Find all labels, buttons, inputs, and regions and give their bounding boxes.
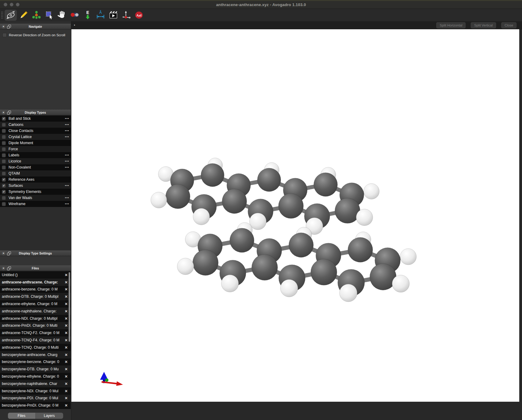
close-panel-icon[interactable]: ×: [2, 25, 5, 29]
label-tool[interactable]: AaI: [133, 10, 145, 21]
hydrogen-atom[interactable]: [340, 284, 357, 302]
close-window-button[interactable]: [4, 3, 7, 6]
draw-tool[interactable]: [17, 10, 30, 21]
display-type-row-wireframe[interactable]: Wireframe•••: [0, 201, 71, 207]
file-close-icon[interactable]: ×: [63, 352, 69, 358]
file-row-anthracene-tcnq-f4[interactable]: anthracene-TCNQ-F4. Charge: 0 M×: [0, 336, 71, 344]
file-close-icon[interactable]: ×: [63, 294, 69, 299]
titlebar[interactable]: anthracene-anthracene.xyz - Avogadro 1.1…: [0, 1, 522, 9]
file-close-icon[interactable]: ×: [63, 323, 69, 328]
navigate-tool[interactable]: [5, 10, 17, 21]
reverse-zoom-checkbox[interactable]: [2, 33, 7, 37]
carbon-atom[interactable]: [311, 259, 337, 285]
display-type-checkbox[interactable]: [2, 196, 6, 200]
file-close-icon[interactable]: ×: [63, 381, 69, 386]
float-panel-icon[interactable]: [7, 266, 11, 270]
float-panel-icon[interactable]: [7, 25, 11, 29]
display-type-checkbox[interactable]: [2, 166, 6, 169]
carbon-atom[interactable]: [257, 168, 281, 192]
more-options-button[interactable]: •••: [65, 160, 69, 163]
file-close-icon[interactable]: ×: [63, 316, 69, 321]
template-tool[interactable]: [30, 10, 42, 21]
more-options-button[interactable]: •••: [65, 184, 69, 187]
animation-tool[interactable]: [107, 10, 119, 21]
carbon-atom[interactable]: [348, 237, 373, 262]
toolbar-drag-handle[interactable]: [1, 11, 3, 19]
files-scrollbar[interactable]: [69, 272, 70, 342]
measure-tool[interactable]: Å: [94, 10, 106, 21]
carbon-atom[interactable]: [193, 250, 218, 276]
manipulate-tool[interactable]: [56, 10, 68, 21]
file-row-untitled[interactable]: Untitled ()×: [0, 271, 71, 279]
display-type-row-force[interactable]: Force: [0, 146, 71, 152]
carbon-atom[interactable]: [289, 233, 314, 258]
split-vertical-button[interactable]: Split Vertical: [471, 22, 496, 28]
more-options-button[interactable]: •••: [65, 196, 69, 199]
file-row-benzoperylene-benzene[interactable]: benzoperylene-benzene. Charge: 0×: [0, 358, 71, 366]
hydrogen-atom[interactable]: [392, 275, 409, 292]
file-row-anthracene-naphthalene[interactable]: anthracene-naphthalene. Charge:×: [0, 308, 71, 315]
file-row-anthracene-dtb[interactable]: anthracene-DTB. Charge: 0 Multipl×: [0, 293, 71, 300]
file-close-icon[interactable]: ×: [63, 308, 69, 314]
more-options-button[interactable]: •••: [65, 117, 69, 120]
file-close-icon[interactable]: ×: [63, 366, 69, 372]
display-type-checkbox[interactable]: [2, 129, 6, 133]
reverse-zoom-option[interactable]: Reverse Direction of Zoom on Scroll: [0, 30, 71, 37]
file-row-anthracene-anthracene[interactable]: anthracene-anthracene. Charge:×: [0, 279, 71, 286]
tab-files[interactable]: Files: [8, 413, 35, 419]
display-type-checkbox[interactable]: [2, 123, 6, 127]
carbon-atom[interactable]: [201, 163, 224, 187]
carbon-atom[interactable]: [314, 173, 337, 197]
display-type-checkbox[interactable]: [2, 135, 6, 139]
display-type-row-crystal-lattice[interactable]: Crystal Lattice•••: [0, 134, 71, 140]
display-type-row-labels[interactable]: Labels•••: [0, 152, 71, 158]
file-row-benzoperylene-ethylene[interactable]: benzoperylene-ethylene. Charge: 0×: [0, 373, 71, 380]
more-options-button[interactable]: •••: [65, 129, 69, 132]
display-type-row-licorice[interactable]: Licorice•••: [0, 158, 71, 164]
file-close-icon[interactable]: ×: [63, 279, 69, 285]
more-options-button[interactable]: •••: [65, 166, 69, 169]
tab-layers[interactable]: Layers: [35, 413, 63, 419]
file-row-anthracene-tcnq-f2[interactable]: anthracene-TCNQ-F2. Charge: 0 M×: [0, 329, 71, 336]
display-type-checkbox[interactable]: [2, 141, 6, 145]
file-row-benzoperylene-pmdi[interactable]: benzoperylene-PmDI. Charge: 0 M×: [0, 402, 71, 409]
file-row-anthracene-ndi[interactable]: anthracene-NDI. Charge: 0 Multipl×: [0, 315, 71, 322]
more-options-button[interactable]: •••: [65, 123, 69, 126]
display-type-row-van-der-waals[interactable]: Van der Waals•••: [0, 195, 71, 201]
view-tab-dot[interactable]: •: [74, 23, 75, 27]
hydrogen-atom[interactable]: [193, 208, 210, 225]
file-close-icon[interactable]: ×: [63, 272, 69, 278]
gl-viewport[interactable]: [71, 29, 519, 402]
display-type-row-symmetry-elements[interactable]: ✓Symmetry Elements: [0, 189, 71, 195]
display-type-row-cartoons[interactable]: Cartoons•••: [0, 122, 71, 128]
float-panel-icon[interactable]: [7, 251, 11, 255]
display-type-checkbox[interactable]: ✓: [2, 184, 6, 188]
display-type-checkbox[interactable]: ✓: [2, 117, 6, 121]
file-close-icon[interactable]: ×: [63, 337, 69, 343]
display-type-checkbox[interactable]: [2, 159, 6, 163]
anthracene-molecule-1[interactable]: [151, 158, 379, 235]
hydrogen-atom[interactable]: [177, 258, 194, 275]
carbon-atom[interactable]: [230, 228, 254, 253]
carbon-atom[interactable]: [279, 194, 304, 219]
display-type-checkbox[interactable]: [2, 153, 6, 157]
hydrogen-atom[interactable]: [400, 248, 416, 265]
close-panel-icon[interactable]: ×: [2, 266, 5, 270]
display-type-checkbox[interactable]: ✓: [2, 178, 6, 182]
file-close-icon[interactable]: ×: [63, 345, 69, 350]
file-row-anthracene-ethylene[interactable]: anthracene-ethylene. Charge: 0 M×: [0, 300, 71, 308]
hydrogen-atom[interactable]: [221, 275, 239, 292]
file-close-icon[interactable]: ×: [63, 330, 69, 336]
molecule-anthracene-dimer[interactable]: [151, 158, 416, 302]
display-type-row-ball-and-stick[interactable]: ✓Ball and Stick•••: [0, 116, 71, 122]
file-close-icon[interactable]: ×: [63, 403, 69, 408]
anthracene-molecule-2[interactable]: [177, 222, 416, 302]
file-row-anthracene-pmdi[interactable]: anthracene-PmDI. Charge: 0 Multi×: [0, 322, 71, 329]
display-type-row-reference-axes[interactable]: ✓Reference Axes: [0, 176, 71, 183]
carbon-atom[interactable]: [166, 184, 190, 209]
auto-optimize-tool[interactable]: E: [81, 10, 94, 21]
split-horizontal-button[interactable]: Split Horizontal: [436, 22, 466, 28]
display-type-checkbox[interactable]: [2, 202, 6, 206]
file-row-benzoperylene-pdi[interactable]: benzoperylene-PDI. Charge: 0 Mul×: [0, 395, 71, 402]
file-close-icon[interactable]: ×: [63, 374, 69, 379]
